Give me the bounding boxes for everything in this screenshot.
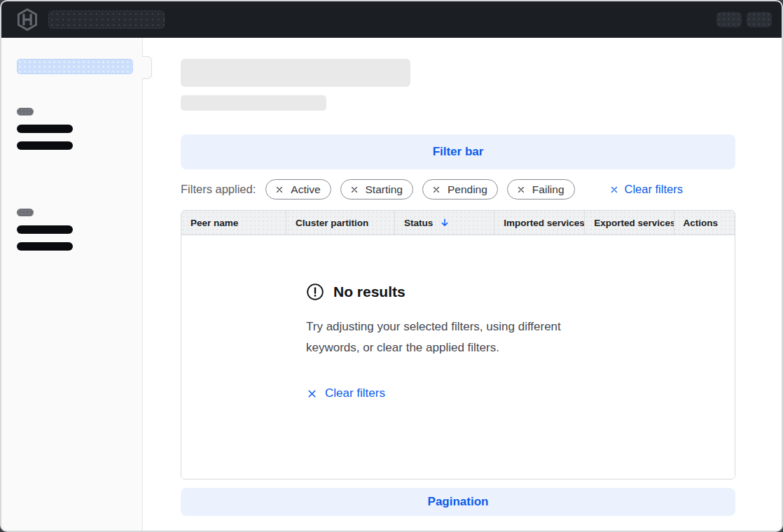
empty-state-title: No results bbox=[333, 284, 406, 300]
empty-state-header: No results bbox=[306, 283, 618, 301]
dismiss-x-icon[interactable] bbox=[275, 185, 284, 195]
column-header-imported-services[interactable]: Imported services bbox=[494, 211, 584, 234]
clear-x-icon bbox=[306, 388, 318, 400]
sidebar-item-skeleton-3[interactable] bbox=[17, 225, 73, 234]
pagination-placeholder: Pagination bbox=[181, 488, 735, 516]
filter-pill-active[interactable]: Active bbox=[265, 179, 331, 200]
sidebar bbox=[1, 38, 143, 531]
main-content: Filter bar Filters applied: Active Start… bbox=[143, 38, 782, 531]
sidebar-item-skeleton-1[interactable] bbox=[17, 125, 73, 133]
table-body: No results Try adjusting your selected f… bbox=[181, 235, 735, 479]
sidebar-selected-item-skeleton[interactable] bbox=[17, 59, 133, 74]
filter-pill-pending[interactable]: Pending bbox=[422, 179, 498, 200]
filter-bar-placeholder: Filter bar bbox=[181, 134, 735, 169]
column-header-exported-services[interactable]: Exported services bbox=[584, 211, 673, 234]
filter-pill-failing[interactable]: Failing bbox=[507, 179, 575, 200]
column-header-peer-name[interactable]: Peer name bbox=[181, 211, 286, 234]
peers-table: Peer name Cluster partition Status Impor… bbox=[181, 210, 735, 479]
app-window: Filter bar Filters applied: Active Start… bbox=[0, 0, 783, 532]
dismiss-x-icon[interactable] bbox=[431, 185, 441, 195]
alert-circle-icon bbox=[306, 283, 324, 301]
filter-pill-starting[interactable]: Starting bbox=[340, 179, 413, 200]
column-header-cluster-partition[interactable]: Cluster partition bbox=[286, 211, 394, 234]
dismiss-x-icon[interactable] bbox=[349, 185, 359, 195]
pagination-label: Pagination bbox=[428, 495, 489, 509]
sidebar-flyout-tab[interactable] bbox=[142, 56, 152, 79]
column-header-label: Imported services bbox=[504, 218, 584, 228]
applied-filters-row: Filters applied: Active Starting bbox=[181, 179, 735, 200]
filter-pill-label: Starting bbox=[366, 183, 403, 196]
filter-pill-label: Active bbox=[291, 183, 320, 196]
sort-descending-arrow-icon[interactable] bbox=[440, 218, 450, 227]
column-header-actions[interactable]: Actions bbox=[674, 211, 735, 234]
filters-applied-label: Filters applied: bbox=[181, 183, 256, 196]
table-header-row: Peer name Cluster partition Status Impor… bbox=[181, 211, 735, 235]
nav-action-skeleton-2[interactable] bbox=[747, 12, 772, 27]
empty-state-clear-filters-link[interactable]: Clear filters bbox=[306, 386, 385, 400]
sidebar-section-label-skeleton-1 bbox=[17, 108, 34, 115]
column-header-label: Status bbox=[404, 218, 433, 228]
page-title-skeleton bbox=[181, 59, 410, 87]
filter-pill-label: Pending bbox=[448, 183, 487, 196]
column-header-label: Exported services bbox=[594, 218, 673, 228]
filter-bar-label: Filter bar bbox=[433, 145, 484, 159]
column-header-label: Cluster partition bbox=[296, 218, 368, 228]
clear-filters-link[interactable]: Clear filters bbox=[609, 183, 683, 196]
page-subtitle-skeleton bbox=[181, 95, 326, 111]
clear-x-icon bbox=[609, 185, 619, 195]
empty-state: No results Try adjusting your selected f… bbox=[306, 283, 618, 402]
sidebar-item-skeleton-2[interactable] bbox=[17, 141, 73, 150]
nav-search-skeleton[interactable] bbox=[48, 10, 165, 29]
empty-state-clear-filters-label: Clear filters bbox=[325, 386, 385, 400]
sidebar-item-skeleton-4[interactable] bbox=[17, 242, 73, 251]
hashicorp-logo-icon[interactable] bbox=[15, 8, 39, 31]
column-header-status[interactable]: Status bbox=[394, 211, 494, 234]
app-body: Filter bar Filters applied: Active Start… bbox=[1, 38, 782, 531]
sidebar-section-label-skeleton-2 bbox=[17, 209, 34, 216]
column-header-label: Peer name bbox=[190, 218, 238, 228]
empty-state-description: Try adjusting your selected filters, usi… bbox=[306, 316, 603, 358]
clear-filters-label: Clear filters bbox=[625, 183, 683, 196]
column-header-label: Actions bbox=[684, 218, 719, 228]
nav-action-skeleton-1[interactable] bbox=[716, 12, 742, 27]
filter-pill-label: Failing bbox=[532, 183, 564, 196]
top-navbar bbox=[1, 1, 782, 38]
dismiss-x-icon[interactable] bbox=[516, 185, 526, 195]
